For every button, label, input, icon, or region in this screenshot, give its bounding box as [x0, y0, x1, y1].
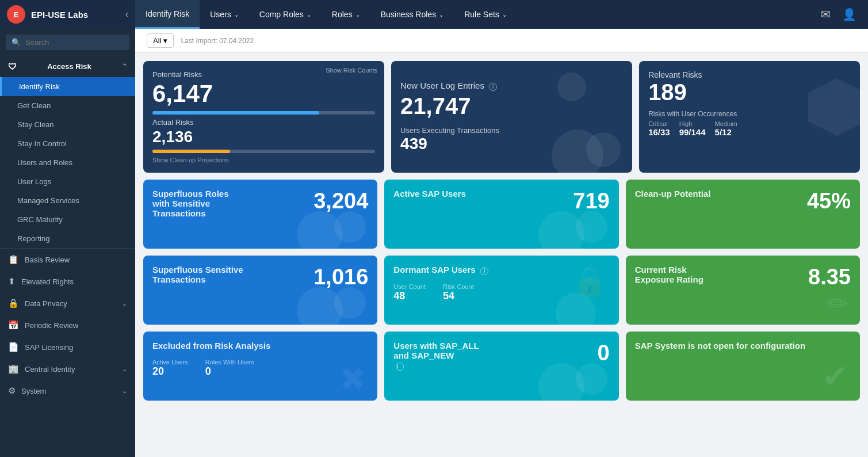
- mail-icon[interactable]: ✉: [821, 7, 831, 21]
- nav-tabs: Identify Risk Users ⌄ Comp Roles ⌄ Roles…: [135, 0, 809, 29]
- chevron-down-icon: ⌄: [502, 12, 507, 18]
- sidebar-item-stay-in-control[interactable]: Stay In Control: [0, 134, 135, 153]
- superfluous-roles-title: Superfluous Roles with Sensitive Transac…: [152, 189, 244, 218]
- content-area: All ▾ Last Import: 07.04.2022 Show Risk …: [135, 29, 868, 457]
- high-risk: High 99/144: [679, 120, 706, 137]
- show-cleanup-link[interactable]: Show Clean-up Projections: [152, 157, 375, 163]
- dormant-risk-count: Risk Count 54: [443, 283, 474, 302]
- show-risk-counts-link[interactable]: Show Risk Counts: [326, 67, 377, 74]
- tab-business-roles[interactable]: Business Roles ⌄: [370, 0, 454, 29]
- cleanup-potential-title: Clean-up Potential: [635, 189, 711, 199]
- tab-roles[interactable]: Roles ⌄: [322, 0, 370, 29]
- sidebar-item-managed-services[interactable]: Managed Services: [0, 191, 135, 210]
- logo-area: E EPI-USE Labs ‹: [0, 0, 135, 29]
- dashboard-row-1: Show Risk Counts Potential Risks 6,147 A…: [143, 61, 860, 173]
- sidebar-item-reporting[interactable]: Reporting: [0, 229, 135, 248]
- sap-system-title: SAP System is not open for configuration: [635, 341, 851, 351]
- cleanup-potential-header: Clean-up Potential 45%: [635, 189, 851, 214]
- nav-icon-area: ✉ 👤: [809, 7, 868, 21]
- dashboard: Show Risk Counts Potential Risks 6,147 A…: [135, 53, 868, 409]
- sidebar-item-user-logs[interactable]: User Logs: [0, 172, 135, 191]
- chevron-down-icon: ▾: [163, 36, 167, 45]
- chevron-up-icon: ⌃: [122, 63, 127, 70]
- potential-risks-bar: [152, 111, 319, 115]
- logo-icon: E: [7, 5, 25, 24]
- top-navigation: E EPI-USE Labs ‹ Identify Risk Users ⌄ C…: [0, 0, 868, 29]
- tab-comp-roles[interactable]: Comp Roles ⌄: [249, 0, 322, 29]
- chevron-down-icon: ⌄: [122, 387, 127, 395]
- search-input[interactable]: [25, 38, 124, 47]
- superfluous-sensitive-header: Superfluous Sensitive Transactions 1,016: [152, 265, 368, 290]
- collapse-sidebar-button[interactable]: ‹: [125, 9, 128, 20]
- clipboard-icon: 📋: [8, 254, 19, 265]
- active-sap-users-title: Active SAP Users: [393, 189, 466, 199]
- search-box[interactable]: 🔍: [6, 35, 129, 50]
- sidebar-item-elevated-rights[interactable]: ⬆ Elevated Rights: [0, 271, 135, 292]
- dashboard-row-2: Superfluous Roles with Sensitive Transac…: [143, 180, 860, 249]
- chevron-down-icon: ⌄: [355, 12, 360, 18]
- dormant-user-count: User Count 48: [393, 283, 426, 302]
- lock-icon: 🔒: [8, 298, 19, 309]
- actual-risks-bar: [152, 150, 230, 153]
- info-icon-sap-all[interactable]: i: [396, 363, 404, 371]
- risk-exposure-title: Current Risk Exposure Rating: [635, 265, 727, 284]
- chevron-down-icon: ⌄: [307, 12, 311, 18]
- chevron-down-icon: ⌄: [439, 12, 443, 18]
- cleanup-potential-value: 45%: [807, 189, 851, 214]
- app-title: EPI-USE Labs: [31, 10, 88, 20]
- card-relevant-risks: Relevant Risks 189 Risks with User Occur…: [639, 61, 860, 173]
- sap-all-new-title: Users with SAP_ALL and SAP_NEW: [393, 341, 479, 360]
- card-superfluous-roles: Superfluous Roles with Sensitive Transac…: [143, 180, 377, 249]
- excluded-risk-stats: Active Users 20 Roles With Users 0: [152, 359, 368, 378]
- building-icon: 🏢: [8, 364, 19, 374]
- last-import-label: Last Import: 07.04.2022: [181, 37, 254, 45]
- sidebar-item-grc-maturity[interactable]: GRC Maturity: [0, 210, 135, 229]
- superfluous-roles-value: 3,204: [313, 189, 368, 214]
- sap-all-new-header: Users with SAP_ALL and SAP_NEW i 0: [393, 341, 609, 371]
- sidebar-item-data-privacy[interactable]: 🔒 Data Privacy ⌄: [0, 292, 135, 314]
- users-executing-value: 439: [400, 135, 623, 153]
- card-excluded-risk: Excluded from Risk Analysis Active Users…: [143, 332, 377, 401]
- sidebar-item-identify-risk[interactable]: Identify Risk: [0, 77, 135, 96]
- critical-risk: Critical 16/33: [648, 120, 670, 137]
- new-user-log-value: 21,747: [400, 93, 623, 119]
- sidebar-section-access-risk: 🛡 Access Risk ⌃ Identify Risk Get Clean …: [0, 56, 135, 248]
- tab-rule-sets[interactable]: Rule Sets ⌄: [454, 0, 517, 29]
- excluded-risk-title: Excluded from Risk Analysis: [152, 341, 368, 351]
- filter-button[interactable]: All ▾: [147, 33, 174, 48]
- superfluous-sensitive-value: 1,016: [313, 265, 368, 290]
- excluded-active-users: Active Users 20: [152, 359, 188, 378]
- actual-risks-value: 2,136: [152, 128, 375, 146]
- sidebar-item-get-clean[interactable]: Get Clean: [0, 96, 135, 115]
- sidebar-item-system[interactable]: ⚙ System ⌄: [0, 380, 135, 402]
- sap-all-new-value: 0: [598, 341, 610, 365]
- active-sap-users-value: 719: [573, 189, 609, 214]
- superfluous-roles-header: Superfluous Roles with Sensitive Transac…: [152, 189, 368, 218]
- sidebar-item-sap-licensing[interactable]: 📄 SAP Licensing: [0, 336, 135, 358]
- card-cleanup-potential: Clean-up Potential 45%: [626, 180, 860, 249]
- tab-users[interactable]: Users ⌄: [200, 0, 249, 29]
- main-layout: 🔍 🛡 Access Risk ⌃ Identify Risk Get Clea…: [0, 29, 868, 457]
- excluded-roles-users: Roles With Users 0: [205, 359, 254, 378]
- potential-risks-value: 6,147: [152, 80, 375, 108]
- sidebar-item-users-and-roles[interactable]: Users and Roles: [0, 153, 135, 172]
- document-icon: 📄: [8, 342, 19, 352]
- relevant-risks-title: Relevant Risks: [648, 70, 851, 79]
- info-icon-dormant[interactable]: i: [480, 267, 488, 275]
- card-sap-all-new: Users with SAP_ALL and SAP_NEW i 0: [384, 332, 618, 401]
- gear-icon: ⚙: [8, 386, 16, 396]
- sidebar-item-central-identity[interactable]: 🏢 Central Identity ⌄: [0, 358, 135, 380]
- dormant-users-title: Dormant SAP Users: [393, 265, 475, 275]
- sidebar-item-stay-clean[interactable]: Stay Clean: [0, 115, 135, 134]
- sub-header: All ▾ Last Import: 07.04.2022: [135, 29, 868, 53]
- card-superfluous-sensitive: Superfluous Sensitive Transactions 1,016: [143, 256, 377, 325]
- user-icon[interactable]: 👤: [842, 7, 856, 21]
- sidebar: 🔍 🛡 Access Risk ⌃ Identify Risk Get Clea…: [0, 29, 135, 457]
- tab-identify-risk[interactable]: Identify Risk: [135, 0, 200, 29]
- risk-exposure-value: 8.35: [808, 265, 851, 290]
- sidebar-item-periodic-review[interactable]: 📅 Periodic Review: [0, 314, 135, 336]
- info-icon[interactable]: i: [489, 83, 497, 91]
- chevron-down-icon: ⌄: [122, 300, 127, 307]
- sidebar-group-access-risk[interactable]: 🛡 Access Risk ⌃: [0, 56, 135, 77]
- sidebar-item-basis-review[interactable]: 📋 Basis Review: [0, 249, 135, 271]
